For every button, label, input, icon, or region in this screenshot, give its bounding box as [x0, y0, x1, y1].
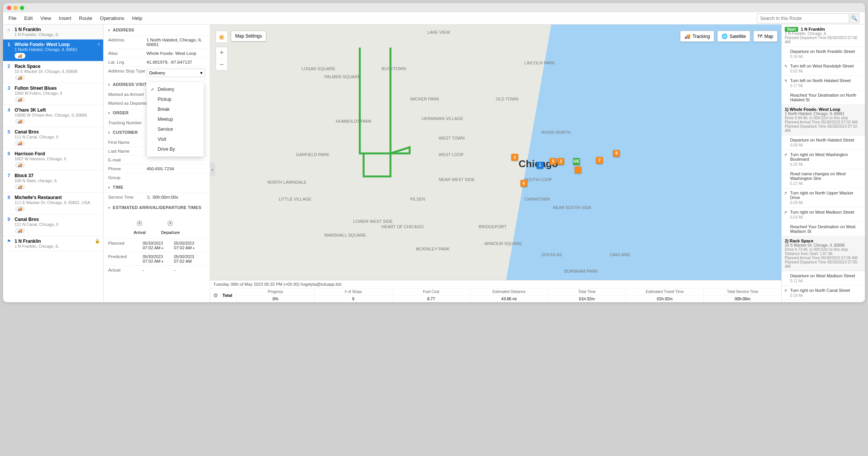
- stop-start[interactable]: ⌂1 N Franklin1 N Franklin, Chicago, IL: [3, 25, 103, 40]
- search-icon: 🔍: [851, 15, 857, 21]
- map-neighborhood-label: PILSEN: [410, 197, 425, 201]
- stop-number: 9: [6, 217, 12, 234]
- maximize-window-icon[interactable]: [20, 6, 24, 10]
- turn-icon: ↱: [784, 210, 787, 215]
- search-input[interactable]: [757, 13, 849, 23]
- directions-header: Start 1 N Franklin 1 N Franklin, Chicago…: [782, 25, 865, 47]
- truck-icon: 🚚: [15, 162, 25, 168]
- turn-icon: ↰: [784, 79, 787, 84]
- gear-icon[interactable]: ⚙: [210, 292, 221, 298]
- map-canvas[interactable]: Chicago LAKE VIEWLINCOLN PARKLOGAN SQUAR…: [210, 25, 781, 302]
- map-neighborhood-label: WICKER PARK: [410, 97, 439, 101]
- titlebar: [3, 3, 865, 12]
- dropdown-option[interactable]: Service: [147, 124, 204, 134]
- dropdown-option[interactable]: Break: [147, 104, 204, 114]
- map-marker[interactable]: 5: [550, 158, 557, 165]
- predicted-arr-date: 05/30/2023: [143, 254, 174, 259]
- tracking-button[interactable]: 🚚Tracking: [680, 31, 714, 42]
- minimize-window-icon[interactable]: [13, 6, 18, 10]
- zoom-out-button[interactable]: −: [216, 59, 227, 70]
- menu-file[interactable]: File: [8, 15, 16, 21]
- label-phone: Phone: [108, 166, 147, 171]
- map-marker[interactable]: 6: [520, 180, 527, 187]
- menu-insert[interactable]: Insert: [59, 15, 71, 21]
- map-marker[interactable]: 2: [557, 158, 564, 165]
- stop-item[interactable]: 7 Block 37108 N State, chicago, IL🚚: [3, 171, 103, 193]
- info-icon[interactable]: ●: [161, 246, 163, 250]
- turn-icon: ↱: [784, 288, 787, 293]
- search-button[interactable]: 🔍: [849, 13, 860, 23]
- map-button[interactable]: 🗺Map: [753, 31, 777, 42]
- sort-icon[interactable]: ⇅: [147, 195, 150, 200]
- footer-cell: Total Service Time00h:00m: [703, 288, 781, 302]
- menu-view[interactable]: View: [40, 15, 51, 21]
- dropdown-option[interactable]: Visit: [147, 134, 204, 144]
- zoom-in-button[interactable]: +: [216, 47, 227, 59]
- stop-name: Canal Bros: [15, 129, 100, 135]
- label-stoptype: Address Stop Type: [108, 69, 147, 73]
- map-marker[interactable]: 7: [596, 157, 603, 164]
- collapse-tab[interactable]: «: [210, 163, 215, 176]
- turn-icon: ↰: [784, 64, 787, 69]
- close-window-icon[interactable]: [7, 6, 11, 10]
- stop-item[interactable]: 1 Whole Foods- West Loop1 North Halsted,…: [3, 40, 103, 61]
- stop-item[interactable]: 4 O'hare 3K Left10000 W O'Hare Ave, Chic…: [3, 105, 103, 127]
- menu-edit[interactable]: Edit: [24, 15, 33, 21]
- map-icon: 🗺: [758, 33, 763, 39]
- directions-sub2: Planned Departure Time 05/30/2023 07:00 …: [785, 36, 862, 44]
- truck-icon: 🚚: [15, 184, 25, 190]
- satellite-button[interactable]: 🌐Satellite: [717, 31, 750, 42]
- footer-col-header: Total Time: [548, 288, 626, 295]
- stop-item[interactable]: 2 Rack Space10 S Wacker Dr, Chicago, IL …: [3, 61, 103, 83]
- stop-number: 6: [6, 151, 12, 168]
- section-eta[interactable]: ESTIMATED ARRIVAL/DEPARTURE TIMES: [104, 202, 210, 213]
- stop-item[interactable]: 6 Harrison Ford1007 W Harrison, Chicago,…: [3, 149, 103, 171]
- map-neighborhood-label: WEST TOWN: [439, 136, 465, 140]
- info-icon[interactable]: ●: [193, 246, 195, 250]
- stop-item[interactable]: 3 Fulton Street Blues1000 W Fulton, Chic…: [3, 83, 103, 105]
- dropdown-option[interactable]: Delivery: [147, 84, 204, 94]
- stoptype-dropdown: DeliveryPickupBreakMeetupServiceVisitDri…: [147, 82, 204, 156]
- map-neighborhood-label: NEAR SOUTH SIDE: [553, 205, 591, 210]
- details-panel: ADDRESS Address1 North Halsted, Chicago,…: [104, 25, 210, 302]
- map-marker[interactable]: [575, 166, 581, 173]
- menu-help[interactable]: Help: [132, 15, 142, 21]
- stop-end[interactable]: ⚑1 N Franklin1 N Franklin, Chicago, IL🔒: [3, 236, 103, 251]
- stoptype-select[interactable]: Delivery▾: [147, 69, 205, 77]
- pegman-icon[interactable]: ◉: [216, 31, 228, 43]
- dropdown-option[interactable]: Pickup: [147, 94, 204, 104]
- section-time[interactable]: TIME: [104, 182, 210, 193]
- info-icon[interactable]: ●: [161, 259, 163, 263]
- map-settings-button[interactable]: Map Settings: [231, 31, 266, 41]
- map-marker[interactable]: 8: [613, 150, 620, 157]
- label-group: Group: [108, 175, 147, 180]
- dropdown-option[interactable]: Drive By: [147, 144, 204, 154]
- map-marker[interactable]: 3: [511, 154, 518, 161]
- map-neighborhood-label: WEST LOOP: [439, 152, 464, 157]
- close-icon[interactable]: ×: [97, 42, 100, 59]
- footer-cell: Estimated Travel Time01h:32m: [626, 288, 703, 302]
- menu-operations[interactable]: Operations: [100, 15, 125, 21]
- map-marker[interactable]: 1: [537, 162, 544, 169]
- footer-col-header: Progress: [237, 288, 314, 295]
- truck-icon: 🚚: [15, 97, 25, 102]
- stop-number: 4: [6, 107, 12, 124]
- stop-addr: 10000 W O'Hare Ave, Chicago, IL 60666: [15, 113, 100, 117]
- footer-col-value: 8.77: [392, 295, 470, 302]
- label-planned: Planned: [108, 241, 143, 250]
- stop-item[interactable]: 9 Canal Bros111 N Canal, Chicago, Il🚚: [3, 214, 103, 236]
- menu-route[interactable]: Route: [79, 15, 92, 21]
- dropdown-option[interactable]: Meetup: [147, 114, 204, 124]
- section-address[interactable]: ADDRESS: [104, 25, 210, 35]
- stop-item[interactable]: 8 Michelle's Restaurant111 E Wacker Dr, …: [3, 193, 103, 214]
- map-panel[interactable]: Chicago LAKE VIEWLINCOLN PARKLOGAN SQUAR…: [210, 25, 781, 302]
- truck-icon: 🚚: [15, 75, 25, 81]
- direction-stop-block: 2) Rack Space10 S Wacker Dr, Chicago, IL…: [782, 236, 865, 271]
- map-marker[interactable]: S/E: [573, 158, 580, 165]
- value-alias: Whole Foods- West Loop: [147, 51, 205, 56]
- stop-number: 1: [6, 42, 12, 59]
- map-neighborhood-label: LAKE VIEW: [427, 30, 450, 35]
- label-email: E-mail: [108, 158, 147, 162]
- stop-item[interactable]: 5 Canal Bros111 N Canal, Chicago, Il🚚: [3, 127, 103, 149]
- directions-title: 1 N Franklin: [801, 27, 825, 31]
